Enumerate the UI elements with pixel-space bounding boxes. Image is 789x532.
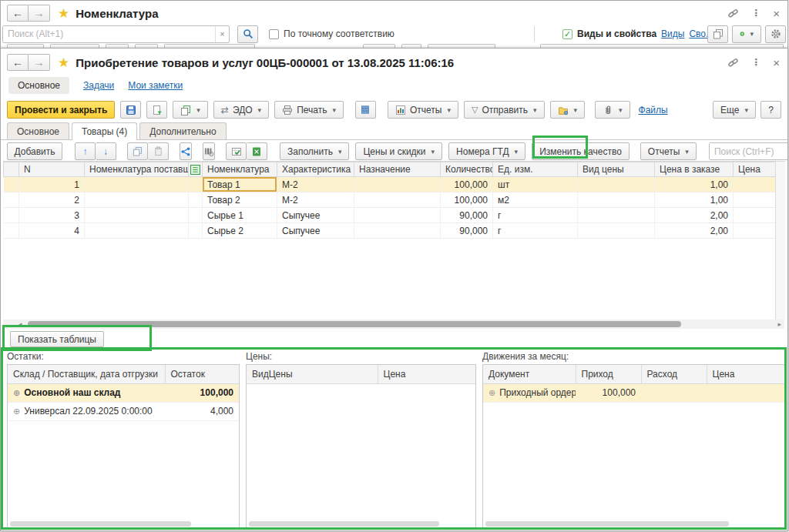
cell-purpose[interactable]: [354, 192, 441, 208]
barcode-scan-button[interactable]: [203, 142, 215, 160]
expand-icon[interactable]: ⊕: [13, 407, 20, 416]
col-price[interactable]: Цена: [734, 162, 776, 177]
move-down-button[interactable]: ↓: [96, 142, 116, 160]
cell-characteristic[interactable]: Сыпучее: [277, 208, 354, 223]
types-link[interactable]: Виды: [661, 28, 684, 39]
col-in[interactable]: Приход: [576, 365, 641, 383]
load-from-file-button[interactable]: [247, 142, 267, 160]
cell-unit[interactable]: шт: [493, 177, 578, 192]
col-price-type[interactable]: ВидЦены: [247, 365, 378, 383]
edo-button[interactable]: ⇄ ЭДО ▾: [213, 101, 269, 119]
cell-order-price[interactable]: 2,00: [655, 223, 734, 239]
favorite-star-icon[interactable]: ★: [58, 5, 69, 22]
goods-row[interactable]: 3 Сырье 1 Сыпучее 90,000 г 2,00: [4, 208, 776, 223]
cell-price-type[interactable]: [578, 192, 655, 208]
col-supplier[interactable]: Номенклатура поставщика: [85, 162, 189, 177]
fill-button[interactable]: Заполнить ▾: [280, 142, 349, 160]
copy-link-icon[interactable]: [727, 57, 739, 69]
save-button[interactable]: [120, 101, 141, 119]
cell-n[interactable]: 3: [19, 208, 85, 223]
document-register-button[interactable]: [355, 101, 376, 119]
back-button[interactable]: ←: [7, 54, 29, 71]
cell-price[interactable]: [734, 208, 776, 223]
close-icon[interactable]: ×: [773, 7, 780, 20]
reports-button[interactable]: Отчеты ▾: [388, 101, 458, 119]
stock-table[interactable]: Склад / Поставщик, дата отгрузки Остаток…: [8, 365, 240, 421]
exact-match-checkbox[interactable]: [269, 29, 279, 39]
tab-extra[interactable]: Дополнительно: [139, 122, 226, 139]
movement-row[interactable]: ⊕Приходный ордер н... 100,000: [483, 383, 784, 402]
cell-order-price[interactable]: 1,00: [655, 192, 734, 208]
settings-button[interactable]: [765, 25, 786, 43]
col-content-icon[interactable]: [189, 162, 203, 177]
more-button[interactable]: Еще ▾: [713, 101, 756, 119]
cell-nomenclature[interactable]: Сырье 1: [203, 208, 277, 223]
folder-button[interactable]: ▾: [550, 101, 586, 119]
cell-order-price[interactable]: 2,00: [655, 208, 734, 223]
nav-main[interactable]: Основное: [8, 77, 69, 94]
col-price[interactable]: Цена: [707, 365, 784, 383]
cell-price-type[interactable]: [578, 177, 655, 192]
col-order-price[interactable]: Цена в заказе: [655, 162, 734, 177]
favorite-star-icon[interactable]: ★: [58, 55, 69, 71]
scroll-right-icon[interactable]: ▸: [777, 320, 781, 329]
col-price-type[interactable]: Вид цены: [578, 162, 655, 177]
attachments-button[interactable]: ▾: [595, 101, 630, 119]
goods-reports-button[interactable]: Отчеты ▾: [640, 142, 697, 160]
col-n[interactable]: N: [19, 162, 85, 177]
nav-tasks[interactable]: Задачи: [83, 80, 114, 91]
share-button[interactable]: [180, 142, 192, 160]
cell-qty[interactable]: 90,000: [441, 208, 493, 223]
copy-link-icon[interactable]: [727, 8, 739, 19]
cell-price-type[interactable]: [578, 208, 655, 223]
send-button[interactable]: ▽ Отправить ▾: [464, 101, 545, 119]
goods-search-input[interactable]: [710, 143, 788, 159]
stock-horizontal-scrollbar[interactable]: [10, 521, 237, 527]
search-button[interactable]: [237, 25, 258, 43]
goods-row[interactable]: 2 Товар 2 М-2 100,000 м2 1,00: [4, 192, 776, 208]
cell-purpose[interactable]: [354, 177, 441, 192]
cell-qty[interactable]: 100,000: [441, 192, 493, 208]
cell-characteristic[interactable]: М-2: [277, 192, 354, 208]
cell-purpose[interactable]: [354, 208, 441, 223]
cell-nomenclature[interactable]: Товар 2: [203, 192, 277, 208]
expand-icon[interactable]: ⊕: [489, 388, 495, 397]
gtd-numbers-button[interactable]: Номера ГТД ▾: [448, 142, 525, 160]
col-purpose[interactable]: Назначение: [354, 162, 441, 177]
menu-kebab-icon[interactable]: ⋮: [751, 57, 760, 68]
cell-unit[interactable]: г: [493, 223, 578, 239]
change-quality-button[interactable]: Изменить качество: [532, 142, 630, 160]
col-out[interactable]: Расход: [641, 365, 707, 383]
tab-main[interactable]: Основное: [7, 122, 69, 139]
show-tables-button[interactable]: Показать таблицы: [10, 331, 104, 347]
cell-characteristic[interactable]: Сыпучее: [277, 223, 354, 239]
movements-horizontal-scrollbar[interactable]: [485, 521, 782, 527]
scroll-left-icon[interactable]: ◂: [18, 320, 22, 329]
move-up-button[interactable]: ↑: [75, 142, 96, 160]
cell-price[interactable]: [734, 223, 776, 239]
scrollbar-thumb[interactable]: [28, 321, 681, 327]
col-rest[interactable]: Остаток: [165, 365, 239, 383]
search-clear-icon[interactable]: ×: [215, 26, 229, 42]
cell-qty[interactable]: 100,000: [441, 177, 493, 192]
help-button[interactable]: ?: [760, 101, 781, 119]
prices-table[interactable]: ВидЦены Цена: [247, 365, 476, 384]
goods-table[interactable]: N Номенклатура поставщика Номенклатура Х…: [3, 162, 776, 239]
cell-supplier[interactable]: [85, 192, 189, 208]
prices-horizontal-scrollbar[interactable]: [249, 521, 473, 527]
cell-supplier[interactable]: [85, 177, 189, 192]
cell-price[interactable]: [734, 177, 776, 192]
cell-unit[interactable]: г: [493, 208, 578, 223]
print-button[interactable]: Печать ▾: [274, 101, 344, 119]
goods-vertical-scrollbar[interactable]: [775, 162, 785, 320]
goods-row[interactable]: 4 Сырье 2 Сыпучее 90,000 г 2,00: [4, 223, 776, 239]
col-warehouse[interactable]: Склад / Поставщик, дата отгрузки: [8, 365, 165, 383]
cell-nomenclature-active[interactable]: Товар 1: [203, 177, 277, 192]
types-props-checkbox[interactable]: ✓: [562, 29, 572, 39]
paste-rows-button[interactable]: [148, 142, 169, 160]
forward-button[interactable]: →: [29, 54, 50, 71]
nav-notes[interactable]: Мои заметки: [128, 80, 183, 91]
cell-supplier[interactable]: [85, 208, 189, 223]
col-price[interactable]: Цена: [378, 365, 475, 383]
cell-characteristic[interactable]: М-2: [277, 177, 354, 192]
